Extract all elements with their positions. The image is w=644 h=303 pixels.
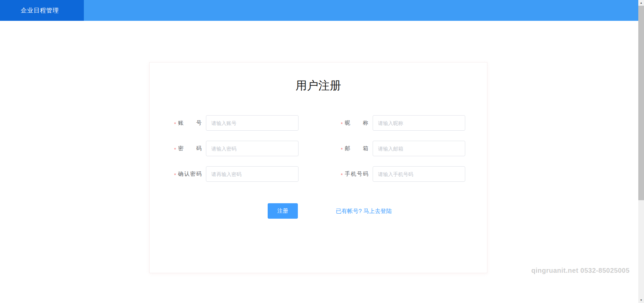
required-asterisk: *: [174, 171, 177, 178]
required-asterisk: *: [341, 171, 343, 178]
nickname-input[interactable]: [373, 115, 465, 131]
register-button[interactable]: 注册: [268, 203, 298, 219]
register-form: * 账 号 * 昵 称 * 密 码 * 邮 箱: [150, 115, 487, 182]
vertical-scrollbar[interactable]: ▲ ▼: [638, 0, 644, 303]
form-row-3: * 确认密码 * 手机号码: [150, 166, 487, 182]
down-arrow-icon: ▼: [640, 299, 643, 302]
email-input[interactable]: [373, 141, 465, 156]
field-email: * 邮 箱: [341, 141, 465, 156]
password-label: 密 码: [178, 145, 202, 152]
field-account: * 账 号: [174, 115, 299, 131]
form-row-1: * 账 号 * 昵 称: [150, 115, 487, 131]
watermark: qingruanit.net 0532-85025005: [531, 267, 630, 274]
scrollbar-thumb[interactable]: [638, 6, 644, 200]
login-link[interactable]: 已有帐号? 马上去登陆: [336, 207, 392, 215]
app-logo: 企业日程管理: [0, 0, 84, 21]
form-row-2: * 密 码 * 邮 箱: [150, 141, 487, 156]
page-title: 用户注册: [150, 78, 487, 93]
field-phone: * 手机号码: [341, 166, 465, 182]
required-asterisk: *: [341, 120, 343, 127]
register-card: 用户注册 * 账 号 * 昵 称 * 密 码: [149, 62, 487, 273]
nickname-label: 昵 称: [345, 120, 368, 127]
required-asterisk: *: [341, 145, 343, 152]
email-label: 邮 箱: [345, 145, 368, 152]
required-asterisk: *: [174, 120, 177, 127]
password-input[interactable]: [206, 141, 299, 156]
app-title: 企业日程管理: [21, 6, 59, 14]
account-label: 账 号: [178, 120, 202, 127]
required-asterisk: *: [174, 145, 177, 152]
confirm-password-label: 确认密码: [178, 171, 202, 178]
confirm-password-input[interactable]: [206, 166, 299, 182]
field-nickname: * 昵 称: [341, 115, 465, 131]
scroll-down-button[interactable]: ▼: [638, 297, 644, 303]
form-actions: 注册 已有帐号? 马上去登陆: [150, 203, 487, 219]
app-header: 企业日程管理: [0, 0, 638, 21]
account-input[interactable]: [206, 115, 299, 131]
field-confirm-password: * 确认密码: [174, 166, 299, 182]
scroll-up-button[interactable]: ▲: [638, 0, 644, 6]
phone-label: 手机号码: [345, 171, 368, 178]
up-arrow-icon: ▲: [640, 1, 643, 4]
field-password: * 密 码: [174, 141, 299, 156]
phone-input[interactable]: [373, 166, 465, 182]
